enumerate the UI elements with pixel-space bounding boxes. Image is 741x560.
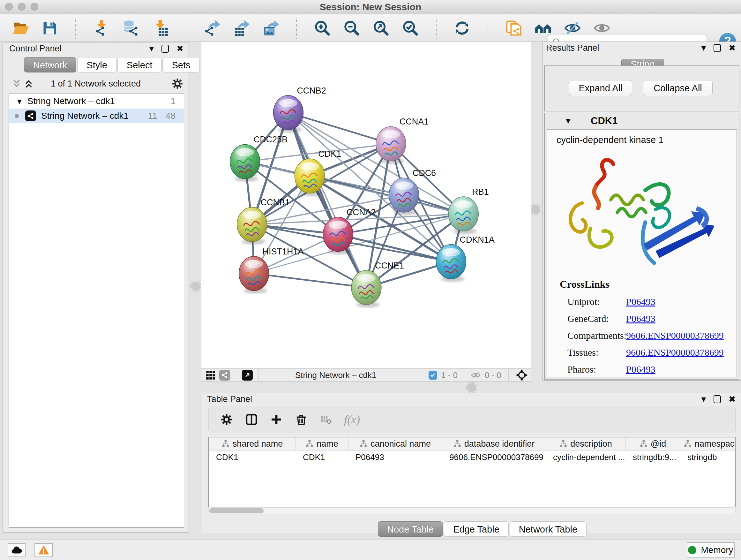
warnings-button[interactable] [35, 543, 53, 557]
table-header-row: shared namenamecanonical namedatabase id… [209, 437, 735, 450]
export-network-icon [204, 20, 220, 37]
crosslink-link[interactable]: 9606.ENSP00000378699 [626, 330, 724, 341]
crosslink-link[interactable]: 9606.ENSP00000378699 [626, 347, 724, 358]
status-bar: Memory [0, 540, 741, 560]
network-node-count: 11 [148, 111, 157, 121]
table-row[interactable]: CDK1CDK1P064939606.ENSP00000378699cyclin… [209, 450, 735, 464]
show-columns-icon[interactable] [245, 413, 259, 427]
save-session-icon [42, 20, 58, 37]
duplicate-network-button[interactable] [505, 19, 523, 37]
node-CCNA1[interactable]: CCNA1 [376, 117, 428, 164]
left-splitter-grip[interactable] [191, 281, 201, 291]
add-column-icon[interactable] [269, 413, 283, 427]
import-table-file-button[interactable] [151, 19, 169, 37]
delete-table-icon[interactable] [294, 413, 308, 427]
open-session-button[interactable] [11, 19, 29, 37]
scrollbar-thumb[interactable] [209, 508, 264, 513]
results-panel-collapse-icon[interactable]: ▼ [701, 44, 706, 52]
crosslink-link[interactable]: P06493 [626, 364, 656, 375]
table-panel-float-icon[interactable] [714, 395, 721, 403]
memory-button[interactable]: Memory [687, 542, 735, 558]
column-header-label: database identifier [464, 439, 535, 449]
zoom-fit-button[interactable] [372, 19, 390, 37]
column-header-database-identifier[interactable]: database identifier [442, 437, 546, 450]
collapse-all-button[interactable]: Collapse All [643, 80, 713, 96]
network-type-icon [25, 111, 36, 121]
column-header-canonical-name[interactable]: canonical name [348, 437, 442, 450]
control-panel-collapse-icon[interactable]: ▼ [149, 44, 154, 53]
expand-all-button[interactable]: Expand All [569, 80, 632, 96]
node-CCNB2[interactable]: CCNB2 [273, 86, 326, 133]
zoom-selected-button[interactable] [401, 19, 419, 37]
network-collection-row[interactable]: ▼ String Network – cdk1 1 [9, 94, 184, 109]
right-splitter-grip[interactable] [531, 204, 541, 214]
node-CDC25B[interactable]: CDC25B [230, 135, 287, 182]
network-share-icon[interactable] [219, 370, 230, 381]
import-network-database-button[interactable] [122, 19, 140, 37]
results-entry-box: ▼ CDK1 cyclin-dependent kinase 1 [544, 113, 739, 380]
control-panel-float-icon[interactable] [161, 45, 169, 53]
node-CCNB1[interactable]: CCNB1 [237, 198, 290, 245]
zoom-in-button[interactable] [313, 19, 331, 37]
results-panel-close-icon[interactable]: ✖ [729, 44, 736, 52]
crosslink-link[interactable]: P06493 [626, 296, 656, 307]
column-header-label: namespace [695, 439, 736, 449]
cloud-button[interactable] [8, 543, 25, 557]
tab-select[interactable]: Select [118, 57, 162, 72]
network-row[interactable]: String Network – cdk1 11 48 [9, 109, 184, 123]
table-settings-gear-icon[interactable] [219, 413, 233, 427]
export-table-button[interactable] [232, 19, 250, 37]
detach-view-icon[interactable] [242, 370, 253, 381]
column-header-namespace[interactable]: namespace [680, 437, 736, 450]
column-header-shared-name[interactable]: shared name [209, 437, 296, 450]
node-label-CCNA1: CCNA1 [400, 117, 428, 126]
tab-network-table[interactable]: Network Table [510, 521, 587, 537]
edge-CCNB2-CCNE1[interactable] [288, 113, 366, 288]
export-image-button[interactable] [262, 19, 280, 37]
node-label-CCNB1: CCNB1 [261, 198, 290, 207]
birdseye-grid-icon[interactable] [205, 370, 216, 381]
import-network-file-button[interactable] [92, 19, 111, 37]
network-canvas[interactable]: CCNB2 CCNA1 CDC25B CDK1 CDC6 [201, 42, 531, 368]
crosslink-link[interactable]: P06493 [626, 313, 656, 324]
node-table[interactable]: shared namenamecanonical namedatabase id… [208, 437, 736, 507]
export-network-button[interactable] [203, 19, 221, 37]
tab-edge-table[interactable]: Edge Table [444, 521, 509, 537]
node-HIST1H1A[interactable]: HIST1H1A [239, 247, 304, 294]
tab-node-table[interactable]: Node Table [378, 521, 443, 537]
tab-sets[interactable]: Sets [162, 57, 199, 72]
node-CDK1[interactable]: CDK1 [294, 149, 341, 196]
network-options-gear-icon[interactable] [172, 78, 184, 90]
entry-expander-icon[interactable]: ▼ [566, 117, 570, 125]
results-panel-float-icon[interactable] [714, 44, 721, 52]
collection-label: String Network – cdk1 [27, 96, 171, 106]
tab-style[interactable]: Style [77, 57, 116, 72]
table-panel-close-icon[interactable]: ✖ [729, 395, 736, 403]
bottom-splitter-grip[interactable] [467, 382, 477, 393]
edge-CCNB2-CCNA1[interactable] [288, 113, 391, 144]
tab-network[interactable]: Network [24, 57, 76, 72]
column-header-name[interactable]: name [296, 437, 348, 450]
network-status-dot [15, 114, 19, 118]
selected-nodes-checkbox-icon[interactable] [428, 371, 437, 380]
tree-expander-icon[interactable]: ▼ [17, 98, 22, 105]
node-RB1[interactable]: RB1 [449, 187, 489, 234]
table-horizontal-scrollbar[interactable] [208, 507, 736, 514]
control-panel-close-icon[interactable]: ✖ [177, 44, 184, 53]
table-panel-collapse-icon[interactable]: ▼ [701, 395, 706, 403]
zoom-out-button[interactable] [343, 19, 360, 37]
save-session-button[interactable] [41, 19, 59, 37]
node-label-CDC25B: CDC25B [254, 135, 287, 144]
node-CCNE1[interactable]: CCNE1 [351, 261, 404, 308]
crosslink-row: Pharos:P06493 [567, 364, 596, 375]
entry-header[interactable]: ▼ CDK1 [545, 113, 739, 129]
column-header-description[interactable]: description [546, 437, 626, 450]
results-panel-title: Results Panel [546, 43, 599, 53]
warning-icon [38, 544, 50, 556]
node-CDKN1A[interactable]: CDKN1A [436, 235, 495, 282]
apply-layout-button[interactable] [453, 19, 471, 37]
edge-HIST1H1A-CCNE1[interactable] [254, 273, 366, 288]
table-cell: stringdb:9... [626, 450, 680, 464]
column-header-@id[interactable]: @id [626, 437, 680, 450]
center-view-icon[interactable] [516, 369, 528, 381]
